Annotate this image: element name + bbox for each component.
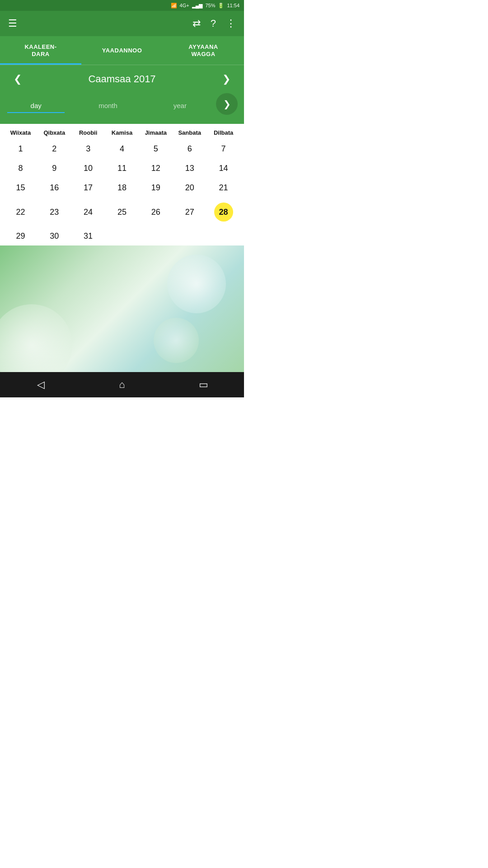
view-next-icon: ❯ (223, 99, 231, 109)
calendar-day-cell[interactable]: 19 (139, 179, 173, 197)
status-bar: 📶 4G+ ▂▄▆ 75% 🔋 11:54 (0, 0, 244, 11)
calendar-empty-cell (206, 227, 240, 245)
more-button[interactable]: ⋮ (226, 18, 236, 29)
tab-birthday-label: AYYAANAWAGGA (188, 43, 218, 57)
calendar-day-cell[interactable]: 16 (38, 179, 71, 197)
calendar-header: Wiixata Qibxata Roobii Kamisa Jimaata Sa… (4, 124, 240, 140)
month-view-label: month (99, 102, 117, 109)
bg-blob-2 (167, 255, 226, 313)
help-icon: ? (211, 18, 216, 29)
toolbar-actions: ⇄ ? ⋮ (192, 18, 236, 29)
back-button[interactable]: ◁ (27, 375, 54, 395)
header-kamisa: Kamisa (105, 129, 139, 136)
view-toggle-inner: day month year (0, 99, 216, 113)
tab-birthday[interactable]: AYYAANAWAGGA (163, 36, 244, 65)
calendar-day-cell[interactable]: 4 (105, 140, 139, 158)
wifi-icon: 📶 (171, 3, 177, 9)
home-icon: ⌂ (119, 379, 125, 391)
calendar-day-cell[interactable]: 1 (4, 140, 38, 158)
calendar-day-cell[interactable]: 12 (139, 159, 173, 178)
battery-icon: 🔋 (218, 3, 224, 9)
calendar-empty-cell (173, 227, 206, 245)
calendar-day-cell[interactable]: 5 (139, 140, 173, 158)
prev-arrow-icon: ❮ (14, 73, 22, 85)
view-toggle-bar: day month year ❯ (0, 93, 244, 124)
month-title: Caamsaa 2017 (88, 73, 155, 85)
header-qibxata: Qibxata (38, 129, 71, 136)
bg-blob-3 (154, 318, 199, 363)
calendar-day-cell[interactable]: 10 (71, 159, 105, 178)
calendar-day-cell[interactable]: 30 (38, 227, 71, 245)
calendar-day-cell[interactable]: 17 (71, 179, 105, 197)
header-jimaata: Jimaata (139, 129, 173, 136)
swap-button[interactable]: ⇄ (192, 18, 201, 29)
signal-icon: ▂▄▆ (192, 3, 203, 9)
menu-button[interactable]: ☰ (8, 18, 17, 29)
calendar-day-cell[interactable]: 22 (4, 198, 38, 226)
toolbar: ☰ ⇄ ? ⋮ (0, 11, 244, 36)
calendar-day-cell[interactable]: 11 (105, 159, 139, 178)
header-roobii: Roobii (71, 129, 105, 136)
calendar-empty-cell (105, 227, 139, 245)
menu-icon: ☰ (8, 18, 17, 29)
prev-month-button[interactable]: ❮ (9, 71, 26, 87)
time-display: 11:54 (227, 3, 239, 8)
tab-reminder-label: YAADANNOO (102, 47, 142, 54)
calendar-section: Wiixata Qibxata Roobii Kamisa Jimaata Sa… (0, 124, 244, 245)
calendar-day-cell[interactable]: 25 (105, 198, 139, 226)
month-navigation: ❮ Caamsaa 2017 ❯ (0, 65, 244, 93)
calendar-day-cell[interactable]: 26 (139, 198, 173, 226)
swap-icon: ⇄ (192, 18, 201, 29)
calendar-day-cell[interactable]: 27 (173, 198, 206, 226)
tab-calendar-label: KAALEEN-DARA (24, 43, 56, 57)
calendar-day-cell[interactable]: 24 (71, 198, 105, 226)
next-month-button[interactable]: ❯ (218, 71, 235, 87)
day-view-label: day (31, 102, 42, 109)
calendar-grid: 1234567891011121314151617181920212223242… (4, 140, 240, 245)
tab-bar: KAALEEN-DARA YAADANNOO AYYAANAWAGGA (0, 36, 244, 65)
today-circle: 28 (214, 203, 233, 222)
calendar-day-cell[interactable]: 23 (38, 198, 71, 226)
calendar-day-cell[interactable]: 3 (71, 140, 105, 158)
day-view-button[interactable]: day (0, 99, 72, 113)
calendar-day-cell[interactable]: 28 (206, 198, 240, 226)
calendar-day-cell[interactable]: 6 (173, 140, 206, 158)
home-button[interactable]: ⌂ (108, 375, 136, 395)
calendar-day-cell[interactable]: 20 (173, 179, 206, 197)
calendar-day-cell[interactable]: 13 (173, 159, 206, 178)
recents-button[interactable]: ▭ (190, 375, 217, 395)
calendar-empty-cell (139, 227, 173, 245)
calendar-day-cell[interactable]: 15 (4, 179, 38, 197)
year-view-label: year (174, 102, 187, 109)
calendar-day-cell[interactable]: 29 (4, 227, 38, 245)
next-arrow-icon: ❯ (222, 73, 230, 85)
tab-calendar[interactable]: KAALEEN-DARA (0, 36, 81, 65)
month-view-button[interactable]: month (72, 99, 144, 113)
more-icon: ⋮ (226, 18, 236, 29)
calendar-day-cell[interactable]: 31 (71, 227, 105, 245)
battery-level: 75% (205, 3, 215, 8)
view-next-button[interactable]: ❯ (216, 93, 238, 115)
header-wiixata: Wiixata (4, 129, 38, 136)
help-button[interactable]: ? (211, 18, 216, 29)
recents-icon: ▭ (199, 379, 208, 391)
tab-reminder[interactable]: YAADANNOO (81, 36, 163, 65)
header-sanbata: Sanbata (173, 129, 206, 136)
header-dilbata: Dilbata (206, 129, 240, 136)
bottom-nav-bar: ◁ ⌂ ▭ (0, 372, 244, 397)
calendar-day-cell[interactable]: 14 (206, 159, 240, 178)
calendar-day-cell[interactable]: 21 (206, 179, 240, 197)
bg-blob-1 (0, 304, 72, 372)
network-type: 4G+ (180, 3, 189, 8)
back-icon: ◁ (37, 379, 45, 391)
calendar-day-cell[interactable]: 2 (38, 140, 71, 158)
year-view-button[interactable]: year (144, 99, 216, 113)
calendar-day-cell[interactable]: 8 (4, 159, 38, 178)
calendar-day-cell[interactable]: 9 (38, 159, 71, 178)
calendar-day-cell[interactable]: 18 (105, 179, 139, 197)
calendar-day-cell[interactable]: 7 (206, 140, 240, 158)
background-image-area (0, 245, 244, 372)
